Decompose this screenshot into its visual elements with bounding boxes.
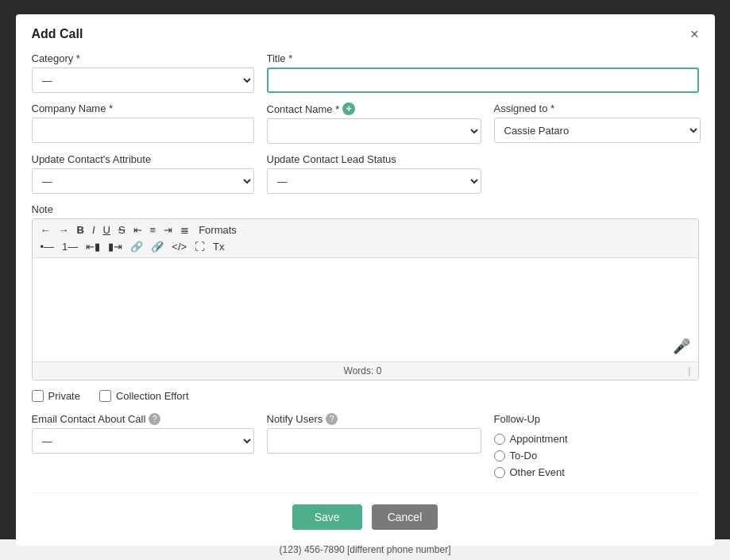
modal-header: Add Call ×: [32, 27, 699, 41]
outdent-button[interactable]: ⇤▮: [83, 239, 103, 254]
toolbar-row-1: ← → B I U S ⇤ ≡ ⇥ ≣ Formats: [37, 222, 693, 238]
todo-radio[interactable]: [494, 450, 505, 462]
collection-checkbox[interactable]: [99, 390, 111, 402]
company-label: Company Name *: [32, 102, 254, 114]
notify-input[interactable]: [267, 428, 481, 454]
todo-label: To-Do: [510, 450, 538, 462]
category-group: Category * —: [32, 52, 254, 93]
align-justify-button[interactable]: ≣: [177, 222, 192, 238]
image-button[interactable]: ⛶: [191, 239, 208, 254]
bottom-bar-text: (123) 456-7890 [different phone number]: [280, 544, 451, 555]
private-checkbox[interactable]: [32, 390, 44, 402]
assigned-select[interactable]: Cassie Pataro: [494, 118, 701, 143]
email-label: Email Contact About Call ?: [32, 413, 254, 425]
other-radio-item: Other Event: [494, 466, 699, 478]
unlink-button[interactable]: 🔗̸: [148, 239, 167, 254]
collection-checkbox-item: Collection Effort: [99, 390, 189, 402]
other-label: Other Event: [510, 466, 565, 478]
assigned-group: Assigned to * Cassie Pataro: [494, 102, 701, 143]
undo-button[interactable]: ←: [37, 222, 54, 238]
email-help-icon[interactable]: ?: [149, 413, 160, 425]
modal-footer: Save Cancel: [32, 492, 699, 530]
clear-format-button[interactable]: Tx: [210, 239, 227, 254]
private-checkbox-item: Private: [32, 390, 80, 402]
company-input[interactable]: [32, 118, 254, 143]
unordered-list-button[interactable]: •—: [37, 239, 58, 254]
bottom-row: Email Contact About Call ? — Notify User…: [32, 413, 699, 478]
row-attr-lead: Update Contact's Attribute — Update Cont…: [32, 153, 699, 194]
notify-help-icon[interactable]: ?: [326, 413, 338, 425]
words-bar: Words: 0 ⌠: [33, 361, 698, 380]
company-group: Company Name *: [32, 102, 254, 143]
modal-title: Add Call: [32, 27, 83, 41]
note-section: Note ← → B I U S ⇤ ≡ ⇥ ≣ Formats •—: [32, 203, 699, 380]
appointment-label: Appointment: [510, 433, 568, 445]
formats-button[interactable]: Formats: [194, 222, 241, 238]
email-group: Email Contact About Call ? —: [32, 413, 254, 454]
category-label: Category *: [32, 52, 254, 64]
align-right-button[interactable]: ⇥: [160, 222, 176, 238]
title-label: Title *: [267, 52, 699, 64]
other-radio[interactable]: [494, 467, 505, 478]
row-company-contact-assigned: Company Name * Contact Name * + Assigned…: [32, 102, 699, 144]
appointment-radio-item: Appointment: [494, 433, 699, 445]
add-contact-icon[interactable]: +: [342, 102, 355, 115]
lead-group: Update Contact Lead Status —: [267, 153, 481, 194]
todo-radio-item: To-Do: [494, 450, 699, 462]
underline-button[interactable]: U: [100, 222, 114, 238]
radio-group: Appointment To-Do Other Event: [494, 433, 699, 478]
email-select[interactable]: —: [32, 428, 254, 454]
contact-label: Contact Name * +: [267, 102, 481, 115]
attr-label: Update Contact's Attribute: [32, 153, 254, 165]
align-left-button[interactable]: ⇤: [130, 222, 145, 238]
followup-label: Follow-Up: [494, 413, 699, 425]
attr-group: Update Contact's Attribute —: [32, 153, 254, 194]
contact-group: Contact Name * +: [267, 102, 481, 144]
mic-icon[interactable]: 🎤: [673, 338, 690, 355]
appointment-radio[interactable]: [494, 434, 505, 445]
collection-label: Collection Effort: [116, 390, 189, 402]
word-count: Words: 0: [344, 365, 382, 377]
assigned-label: Assigned to *: [494, 102, 701, 114]
ordered-list-button[interactable]: 1—: [59, 239, 81, 254]
contact-select[interactable]: [267, 118, 481, 144]
code-button[interactable]: </>: [168, 239, 190, 254]
cancel-button[interactable]: Cancel: [372, 504, 438, 530]
notify-label: Notify Users ?: [267, 413, 481, 425]
lead-select[interactable]: —: [267, 168, 481, 194]
lead-label: Update Contact Lead Status: [267, 153, 481, 165]
indent-button[interactable]: ▮⇥: [105, 239, 126, 254]
category-select[interactable]: —: [32, 68, 254, 93]
strikethrough-button[interactable]: S: [115, 222, 129, 238]
notify-group: Notify Users ?: [267, 413, 481, 454]
title-group: Title *: [267, 52, 699, 93]
title-input[interactable]: [267, 68, 699, 93]
bold-button[interactable]: B: [74, 222, 87, 238]
note-editor: ← → B I U S ⇤ ≡ ⇥ ≣ Formats •— 1— ⇤▮ ▮⇥: [32, 218, 699, 380]
link-button[interactable]: 🔗: [127, 239, 146, 254]
row-category-title: Category * — Title *: [32, 52, 699, 93]
checkbox-row: Private Collection Effort: [32, 390, 699, 402]
followup-group: Follow-Up Appointment To-Do Other Event: [494, 413, 699, 478]
editor-toolbar: ← → B I U S ⇤ ≡ ⇥ ≣ Formats •— 1— ⇤▮ ▮⇥: [33, 219, 698, 258]
redo-button[interactable]: →: [56, 222, 72, 238]
italic-button[interactable]: I: [89, 222, 98, 238]
add-call-modal: Add Call × Category * — Title * Company …: [16, 14, 715, 546]
note-label: Note: [32, 203, 699, 215]
note-content[interactable]: 🎤: [33, 258, 698, 361]
attr-select[interactable]: —: [32, 168, 254, 194]
align-center-button[interactable]: ≡: [147, 222, 160, 238]
save-button[interactable]: Save: [292, 504, 362, 530]
resize-handle[interactable]: ⌠: [686, 367, 691, 376]
close-button[interactable]: ×: [690, 27, 699, 41]
toolbar-row-2: •— 1— ⇤▮ ▮⇥ 🔗 🔗̸ </> ⛶ Tx: [37, 239, 693, 254]
private-label: Private: [48, 390, 80, 402]
